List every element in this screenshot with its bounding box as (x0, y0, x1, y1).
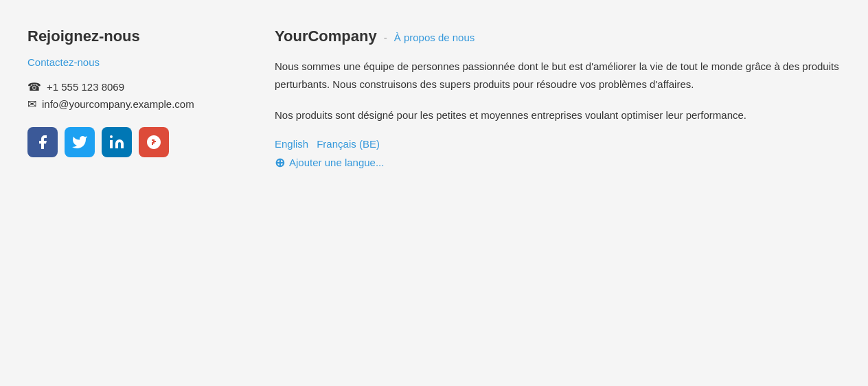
googleplus-link[interactable] (139, 127, 169, 157)
header-separator: - (384, 32, 387, 43)
company-header: YourCompany - À propos de nous (275, 27, 841, 45)
email-icon: ✉ (27, 98, 36, 111)
social-icons-group (27, 127, 220, 157)
phone-icon: ☎ (27, 80, 41, 93)
company-description-1: Nous sommes une équipe de personnes pass… (275, 58, 841, 93)
phone-number: +1 555 123 8069 (47, 81, 124, 93)
twitter-icon (71, 134, 88, 150)
page-container: Rejoignez-nous Contactez-nous ☎ +1 555 1… (0, 0, 868, 198)
email-item: ✉ info@yourcompany.example.com (27, 98, 220, 111)
phone-item: ☎ +1 555 123 8069 (27, 80, 220, 93)
svg-point-0 (110, 135, 113, 138)
about-link[interactable]: À propos de nous (394, 32, 475, 43)
french-language-link[interactable]: Français (BE) (317, 138, 380, 150)
add-language-icon: ⊕ (275, 155, 285, 170)
english-language-link[interactable]: English (275, 138, 308, 150)
left-column: Rejoignez-nous Contactez-nous ☎ +1 555 1… (14, 21, 233, 177)
email-address: info@yourcompany.example.com (42, 98, 194, 110)
section-title: Rejoignez-nous (27, 27, 220, 45)
contact-us-link[interactable]: Contactez-nous (27, 56, 220, 68)
linkedin-icon (108, 134, 125, 150)
add-language-label: Ajouter une langue... (289, 157, 384, 168)
twitter-link[interactable] (65, 127, 95, 157)
right-column: YourCompany - À propos de nous Nous somm… (261, 21, 854, 177)
company-name: YourCompany (275, 27, 377, 45)
facebook-link[interactable] (27, 127, 58, 157)
language-section: English Français (BE) ⊕ Ajouter une lang… (275, 138, 841, 170)
facebook-icon (34, 134, 51, 150)
language-links: English Français (BE) (275, 138, 841, 150)
company-description-2: Nos produits sont désigné pour les petit… (275, 106, 841, 124)
contact-info: ☎ +1 555 123 8069 ✉ info@yourcompany.exa… (27, 80, 220, 111)
add-language-link[interactable]: ⊕ Ajouter une langue... (275, 155, 841, 170)
linkedin-link[interactable] (102, 127, 132, 157)
googleplus-icon (146, 134, 162, 150)
